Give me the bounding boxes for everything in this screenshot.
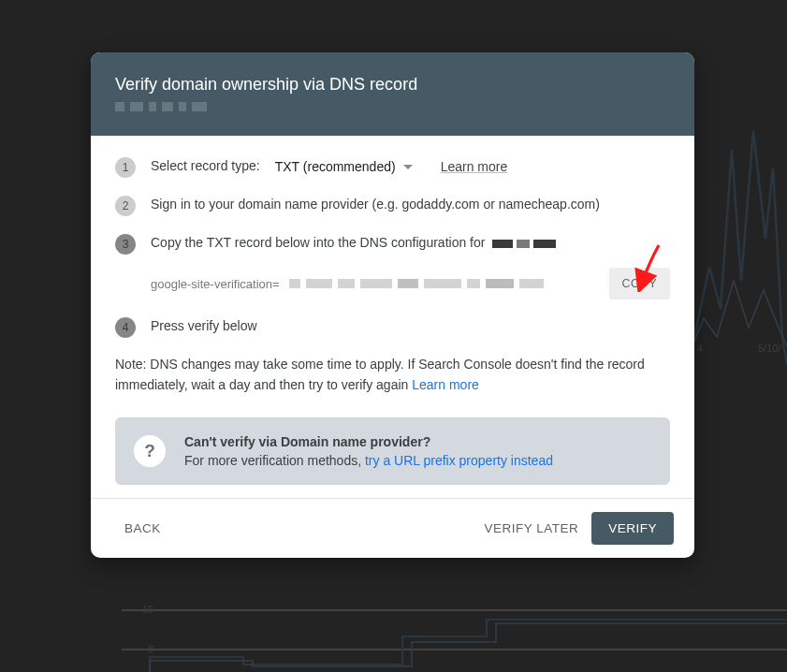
back-button[interactable]: BACK xyxy=(111,512,174,545)
tip-box: ? Can't verify via Domain name provider?… xyxy=(115,417,670,485)
tip-text: For more verification methods, try a URL… xyxy=(184,453,553,468)
step4-text: Press verify below xyxy=(151,316,257,336)
dropdown-value: TXT (recommended) xyxy=(275,159,396,174)
step-1: 1 Select record type: TXT (recommended) … xyxy=(115,156,670,178)
step3-text: Copy the TXT record below into the DNS c… xyxy=(151,233,556,253)
modal-footer: BACK VERIFY LATER VERIFY xyxy=(91,498,694,558)
step2-text: Sign in to your domain name provider (e.… xyxy=(151,195,600,214)
domain-redacted-inline xyxy=(492,240,556,248)
verify-later-button[interactable]: VERIFY LATER xyxy=(471,512,591,545)
note-learn-more-link[interactable]: Learn more xyxy=(412,377,479,392)
chevron-down-icon xyxy=(403,165,413,169)
step-number: 3 xyxy=(115,234,136,255)
modal-body: 1 Select record type: TXT (recommended) … xyxy=(91,136,694,498)
txt-prefix: google-site-verification= xyxy=(151,277,280,291)
record-type-dropdown[interactable]: TXT (recommended) xyxy=(275,159,413,174)
copy-button[interactable]: COPY xyxy=(609,268,670,299)
domain-redacted xyxy=(115,102,670,115)
step-2: 2 Sign in to your domain name provider (… xyxy=(115,195,670,216)
step-number: 1 xyxy=(115,157,136,178)
verify-domain-modal: Verify domain ownership via DNS record 1… xyxy=(91,52,694,558)
verify-button[interactable]: VERIFY xyxy=(591,512,674,545)
step-4: 4 Press verify below xyxy=(115,316,670,338)
step1-label: Select record type: xyxy=(151,156,260,176)
step-number: 2 xyxy=(115,196,136,216)
help-icon: ? xyxy=(134,435,166,467)
step-3: 3 Copy the TXT record below into the DNS… xyxy=(115,233,670,255)
url-prefix-link[interactable]: try a URL prefix property instead xyxy=(365,453,553,468)
learn-more-link[interactable]: Learn more xyxy=(441,159,508,174)
modal-header: Verify domain ownership via DNS record xyxy=(91,52,694,136)
modal-title: Verify domain ownership via DNS record xyxy=(115,75,670,95)
txt-value-redacted xyxy=(289,275,600,292)
tip-title: Can't verify via Domain name provider? xyxy=(184,434,553,449)
tip-content: Can't verify via Domain name provider? F… xyxy=(184,434,553,468)
dns-note: Note: DNS changes may take some time to … xyxy=(115,355,670,395)
txt-record-row: google-site-verification= COPY xyxy=(151,268,670,299)
step-number: 4 xyxy=(115,317,136,338)
